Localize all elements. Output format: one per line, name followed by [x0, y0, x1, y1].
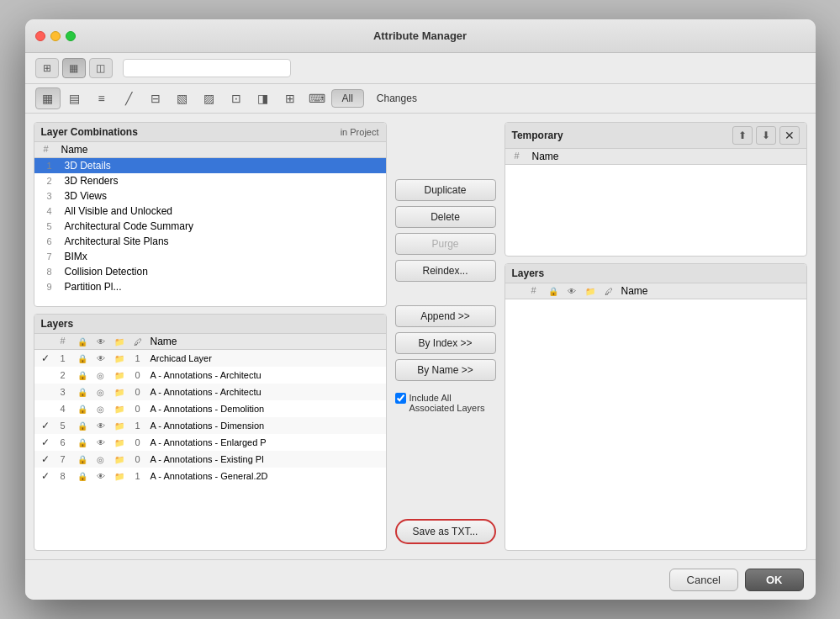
lc-row-8[interactable]: 8Collision Detection	[34, 264, 386, 279]
layer-row-1[interactable]: ✓ 1 🔒 👁 📁 1 Archicad Layer	[34, 350, 386, 367]
tab-composites[interactable]: ⊟	[143, 87, 168, 109]
lc-row-2[interactable]: 23D Renders	[34, 173, 386, 188]
temp-import-icon[interactable]: ⬆	[732, 126, 753, 145]
lc-row-4[interactable]: 4All Visible and Unlocked	[34, 204, 386, 219]
layers-left-section: Layers # 🔒 👁 📁 🖊 Name ✓ 1 🔒 👁 📁 1 Archic…	[34, 314, 387, 551]
lc-header: Layer Combinations in Project	[34, 123, 386, 142]
temp-export-icon[interactable]: ⬇	[756, 126, 776, 145]
lc-table-header: # Name	[34, 142, 386, 158]
layers-left-header: Layers	[34, 315, 386, 334]
layers-list: ✓ 1 🔒 👁 📁 1 Archicad Layer 2 🔒 ◎ 📁 0 A -…	[34, 350, 386, 484]
reindex-button[interactable]: Reindex...	[395, 260, 496, 282]
temp-col-name: Name	[529, 151, 806, 162]
ok-button[interactable]: OK	[745, 569, 804, 591]
layers-right-title: Layers	[512, 267, 545, 279]
layer-row-3[interactable]: 3 🔒 ◎ 📁 0 A - Annotations - Architectu	[34, 384, 386, 400]
r-name-col-header: Name	[618, 285, 803, 297]
lc-row-6[interactable]: 6Architectural Site Plans	[34, 234, 386, 249]
view-icon-1[interactable]: ⊞	[35, 58, 59, 78]
tab-changes[interactable]: Changes	[366, 89, 428, 108]
tabs-row: ▦ ▤ ≡ ╱ ⊟ ▧ ▨ ⊡ ◨ ⊞ ⌨ All Changes	[25, 84, 816, 114]
col-name-header: Name	[58, 144, 386, 156]
layer-row-4[interactable]: 4 🔒 ◎ 📁 0 A - Annotations - Demolition	[34, 400, 386, 417]
maximize-button[interactable]	[66, 31, 76, 41]
purge-button[interactable]: Purge	[395, 233, 496, 255]
middle-panel: Duplicate Delete Purge Reindex... Append…	[395, 172, 496, 551]
by-name-button[interactable]: By Name >>	[395, 359, 496, 381]
temporary-section: Temporary ⬆ ⬇ ✕ # Name	[505, 122, 807, 257]
tab-pens[interactable]: ▨	[197, 87, 222, 109]
main-window: Attribute Manager ⊞ ▦ ◫ ▦ ▤ ≡ ╱ ⊟ ▧ ▨ ⊡ …	[25, 19, 816, 600]
lc-title: Layer Combinations	[41, 126, 138, 138]
r-folder-col-header: 📁	[581, 285, 600, 297]
temp-table-header: # Name	[505, 149, 806, 165]
close-button[interactable]	[35, 31, 45, 41]
left-panel: Layer Combinations in Project # Name 13D…	[34, 122, 387, 551]
minimize-button[interactable]	[50, 31, 61, 41]
temp-header: Temporary ⬆ ⬇ ✕	[505, 123, 806, 149]
name-col-header: Name	[147, 336, 383, 347]
lc-subtitle: in Project	[341, 127, 379, 137]
r-pen-col-header: 🖊	[600, 285, 618, 297]
search-input[interactable]	[123, 59, 291, 77]
temp-icons: ⬆ ⬇ ✕	[732, 126, 800, 145]
layers-right-header: Layers	[505, 264, 806, 283]
view-icon-3[interactable]: ◫	[89, 58, 113, 78]
r-lock-col-header: 🔒	[544, 285, 563, 297]
tab-profiles[interactable]: ▧	[170, 87, 195, 109]
temp-title: Temporary	[512, 130, 563, 141]
layers-left-title: Layers	[41, 318, 74, 330]
tab-all[interactable]: All	[331, 89, 364, 108]
right-panel: Temporary ⬆ ⬇ ✕ # Name Layers	[505, 122, 807, 551]
save-as-button[interactable]: Save as TXT...	[395, 519, 496, 544]
col-num-header: #	[34, 144, 58, 156]
tab-fills[interactable]: ≡	[89, 87, 114, 109]
layer-row-5[interactable]: ✓ 5 🔒 👁 📁 1 A - Annotations - Dimension	[34, 417, 386, 434]
tab-mep[interactable]: ⊞	[277, 87, 303, 109]
bottom-bar: Cancel OK	[25, 559, 816, 600]
include-all-label: Include All	[409, 393, 452, 403]
duplicate-button[interactable]: Duplicate	[395, 179, 496, 201]
r-vis-col-header: 👁	[563, 285, 581, 297]
window-title: Attribute Manager	[373, 29, 467, 42]
tab-surfaces[interactable]: ╱	[116, 87, 141, 109]
lc-row-9[interactable]: 9Partition Pl...	[34, 279, 386, 294]
delete-button[interactable]: Delete	[395, 206, 496, 228]
main-content: Layer Combinations in Project # Name 13D…	[25, 114, 816, 559]
titlebar: Attribute Manager	[25, 19, 816, 53]
layers-table-header: # 🔒 👁 📁 🖊 Name	[34, 334, 386, 350]
lc-row-3[interactable]: 33D Views	[34, 188, 386, 204]
toolbar: ⊞ ▦ ◫	[25, 53, 816, 84]
layer-row-2[interactable]: 2 🔒 ◎ 📁 0 A - Annotations - Architectu	[34, 367, 386, 384]
lock-col-header: 🔒	[73, 336, 92, 347]
folder-col-header: 📁	[110, 336, 129, 347]
associated-layers-label: Associated Layers	[409, 403, 485, 413]
tab-layer-combinations[interactable]: ▦	[35, 87, 61, 109]
include-all-checkbox[interactable]	[395, 393, 406, 404]
right-layers-table-header: # 🔒 👁 📁 🖊 Name	[505, 283, 806, 299]
layer-combinations-section: Layer Combinations in Project # Name 13D…	[34, 122, 387, 307]
pen-col-header: 🖊	[129, 336, 147, 347]
layers-right-section: Layers # 🔒 👁 📁 🖊 Name	[505, 263, 807, 551]
append-button[interactable]: Append >>	[395, 305, 496, 327]
temp-close-icon[interactable]: ✕	[779, 126, 800, 145]
lc-row-1[interactable]: 13D Details	[34, 158, 386, 173]
lc-row-5[interactable]: 5Architectural Code Summary	[34, 219, 386, 234]
include-all-container: Include All Associated Layers	[395, 393, 496, 413]
tab-layers[interactable]: ▤	[62, 87, 87, 109]
temp-col-num: #	[505, 151, 529, 162]
layer-row-7[interactable]: ✓ 7 🔒 ◎ 📁 0 A - Annotations - Existing P…	[34, 451, 386, 468]
vis-col-header: 👁	[92, 336, 110, 347]
tab-zones[interactable]: ◨	[251, 87, 276, 109]
by-index-button[interactable]: By Index >>	[395, 332, 496, 354]
layer-row-8[interactable]: ✓ 8 🔒 👁 📁 1 A - Annotations - General.2D	[34, 468, 386, 484]
lc-list: 13D Details23D Renders33D Views4All Visi…	[34, 158, 386, 294]
view-icon-2[interactable]: ▦	[62, 58, 86, 78]
temp-list-empty	[505, 165, 806, 232]
traffic-lights	[35, 31, 76, 41]
tab-keyboard[interactable]: ⌨	[304, 87, 330, 109]
lc-row-7[interactable]: 7BIMx	[34, 249, 386, 264]
tab-line-types[interactable]: ⊡	[224, 87, 249, 109]
cancel-button[interactable]: Cancel	[669, 569, 738, 591]
layer-row-6[interactable]: ✓ 6 🔒 👁 📁 0 A - Annotations - Enlarged P	[34, 434, 386, 451]
